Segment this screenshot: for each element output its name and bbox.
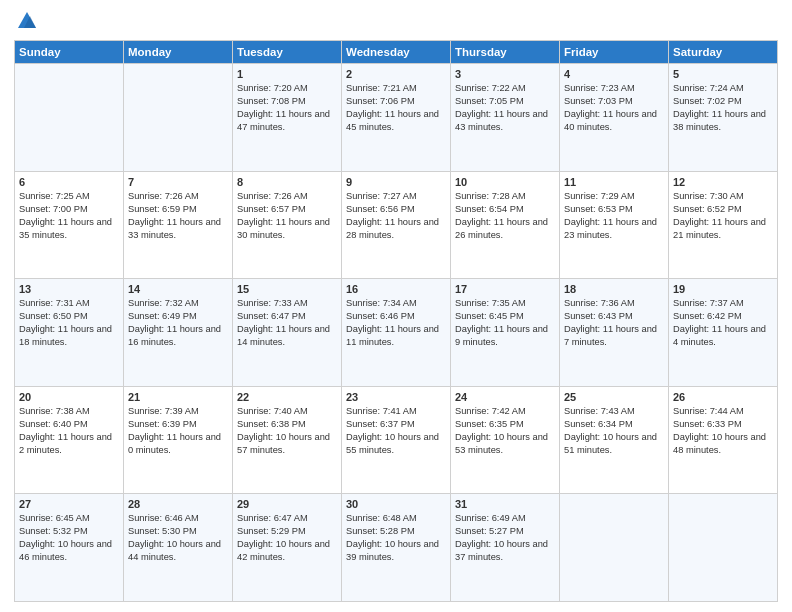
day-number: 10 bbox=[455, 176, 555, 188]
day-number: 29 bbox=[237, 498, 337, 510]
day-cell bbox=[669, 494, 778, 602]
col-header-saturday: Saturday bbox=[669, 41, 778, 64]
header-row: SundayMondayTuesdayWednesdayThursdayFrid… bbox=[15, 41, 778, 64]
day-cell: 22Sunrise: 7:40 AM Sunset: 6:38 PM Dayli… bbox=[233, 386, 342, 494]
week-row-5: 27Sunrise: 6:45 AM Sunset: 5:32 PM Dayli… bbox=[15, 494, 778, 602]
day-number: 26 bbox=[673, 391, 773, 403]
day-info: Sunrise: 7:40 AM Sunset: 6:38 PM Dayligh… bbox=[237, 405, 337, 457]
week-row-3: 13Sunrise: 7:31 AM Sunset: 6:50 PM Dayli… bbox=[15, 279, 778, 387]
day-cell: 5Sunrise: 7:24 AM Sunset: 7:02 PM Daylig… bbox=[669, 64, 778, 172]
day-cell: 1Sunrise: 7:20 AM Sunset: 7:08 PM Daylig… bbox=[233, 64, 342, 172]
day-cell: 9Sunrise: 7:27 AM Sunset: 6:56 PM Daylig… bbox=[342, 171, 451, 279]
col-header-sunday: Sunday bbox=[15, 41, 124, 64]
day-info: Sunrise: 7:39 AM Sunset: 6:39 PM Dayligh… bbox=[128, 405, 228, 457]
day-number: 30 bbox=[346, 498, 446, 510]
day-number: 24 bbox=[455, 391, 555, 403]
col-header-thursday: Thursday bbox=[451, 41, 560, 64]
day-info: Sunrise: 7:36 AM Sunset: 6:43 PM Dayligh… bbox=[564, 297, 664, 349]
day-info: Sunrise: 7:21 AM Sunset: 7:06 PM Dayligh… bbox=[346, 82, 446, 134]
day-cell: 13Sunrise: 7:31 AM Sunset: 6:50 PM Dayli… bbox=[15, 279, 124, 387]
day-cell: 10Sunrise: 7:28 AM Sunset: 6:54 PM Dayli… bbox=[451, 171, 560, 279]
day-number: 13 bbox=[19, 283, 119, 295]
col-header-friday: Friday bbox=[560, 41, 669, 64]
day-info: Sunrise: 7:24 AM Sunset: 7:02 PM Dayligh… bbox=[673, 82, 773, 134]
day-number: 6 bbox=[19, 176, 119, 188]
day-info: Sunrise: 7:42 AM Sunset: 6:35 PM Dayligh… bbox=[455, 405, 555, 457]
day-number: 27 bbox=[19, 498, 119, 510]
day-cell: 2Sunrise: 7:21 AM Sunset: 7:06 PM Daylig… bbox=[342, 64, 451, 172]
day-cell: 7Sunrise: 7:26 AM Sunset: 6:59 PM Daylig… bbox=[124, 171, 233, 279]
week-row-4: 20Sunrise: 7:38 AM Sunset: 6:40 PM Dayli… bbox=[15, 386, 778, 494]
day-cell: 20Sunrise: 7:38 AM Sunset: 6:40 PM Dayli… bbox=[15, 386, 124, 494]
day-cell: 11Sunrise: 7:29 AM Sunset: 6:53 PM Dayli… bbox=[560, 171, 669, 279]
day-number: 25 bbox=[564, 391, 664, 403]
week-row-1: 1Sunrise: 7:20 AM Sunset: 7:08 PM Daylig… bbox=[15, 64, 778, 172]
day-cell: 24Sunrise: 7:42 AM Sunset: 6:35 PM Dayli… bbox=[451, 386, 560, 494]
day-number: 18 bbox=[564, 283, 664, 295]
day-cell bbox=[124, 64, 233, 172]
day-cell: 19Sunrise: 7:37 AM Sunset: 6:42 PM Dayli… bbox=[669, 279, 778, 387]
day-cell: 25Sunrise: 7:43 AM Sunset: 6:34 PM Dayli… bbox=[560, 386, 669, 494]
day-cell: 15Sunrise: 7:33 AM Sunset: 6:47 PM Dayli… bbox=[233, 279, 342, 387]
day-number: 14 bbox=[128, 283, 228, 295]
day-number: 28 bbox=[128, 498, 228, 510]
day-info: Sunrise: 7:22 AM Sunset: 7:05 PM Dayligh… bbox=[455, 82, 555, 134]
col-header-wednesday: Wednesday bbox=[342, 41, 451, 64]
day-cell: 26Sunrise: 7:44 AM Sunset: 6:33 PM Dayli… bbox=[669, 386, 778, 494]
day-number: 7 bbox=[128, 176, 228, 188]
day-cell: 18Sunrise: 7:36 AM Sunset: 6:43 PM Dayli… bbox=[560, 279, 669, 387]
day-info: Sunrise: 7:31 AM Sunset: 6:50 PM Dayligh… bbox=[19, 297, 119, 349]
calendar-table: SundayMondayTuesdayWednesdayThursdayFrid… bbox=[14, 40, 778, 602]
col-header-monday: Monday bbox=[124, 41, 233, 64]
day-info: Sunrise: 7:25 AM Sunset: 7:00 PM Dayligh… bbox=[19, 190, 119, 242]
day-number: 17 bbox=[455, 283, 555, 295]
day-info: Sunrise: 7:27 AM Sunset: 6:56 PM Dayligh… bbox=[346, 190, 446, 242]
day-info: Sunrise: 6:49 AM Sunset: 5:27 PM Dayligh… bbox=[455, 512, 555, 564]
day-info: Sunrise: 7:35 AM Sunset: 6:45 PM Dayligh… bbox=[455, 297, 555, 349]
day-info: Sunrise: 7:29 AM Sunset: 6:53 PM Dayligh… bbox=[564, 190, 664, 242]
day-number: 22 bbox=[237, 391, 337, 403]
week-row-2: 6Sunrise: 7:25 AM Sunset: 7:00 PM Daylig… bbox=[15, 171, 778, 279]
day-number: 5 bbox=[673, 68, 773, 80]
day-number: 1 bbox=[237, 68, 337, 80]
header bbox=[14, 10, 778, 32]
day-cell: 31Sunrise: 6:49 AM Sunset: 5:27 PM Dayli… bbox=[451, 494, 560, 602]
day-number: 31 bbox=[455, 498, 555, 510]
day-number: 2 bbox=[346, 68, 446, 80]
day-cell: 29Sunrise: 6:47 AM Sunset: 5:29 PM Dayli… bbox=[233, 494, 342, 602]
day-info: Sunrise: 7:30 AM Sunset: 6:52 PM Dayligh… bbox=[673, 190, 773, 242]
day-number: 12 bbox=[673, 176, 773, 188]
day-info: Sunrise: 6:46 AM Sunset: 5:30 PM Dayligh… bbox=[128, 512, 228, 564]
day-info: Sunrise: 6:45 AM Sunset: 5:32 PM Dayligh… bbox=[19, 512, 119, 564]
day-cell: 4Sunrise: 7:23 AM Sunset: 7:03 PM Daylig… bbox=[560, 64, 669, 172]
day-cell bbox=[560, 494, 669, 602]
day-cell: 28Sunrise: 6:46 AM Sunset: 5:30 PM Dayli… bbox=[124, 494, 233, 602]
day-info: Sunrise: 7:37 AM Sunset: 6:42 PM Dayligh… bbox=[673, 297, 773, 349]
day-number: 3 bbox=[455, 68, 555, 80]
day-info: Sunrise: 7:38 AM Sunset: 6:40 PM Dayligh… bbox=[19, 405, 119, 457]
day-info: Sunrise: 7:26 AM Sunset: 6:57 PM Dayligh… bbox=[237, 190, 337, 242]
day-number: 11 bbox=[564, 176, 664, 188]
day-info: Sunrise: 7:44 AM Sunset: 6:33 PM Dayligh… bbox=[673, 405, 773, 457]
day-info: Sunrise: 7:28 AM Sunset: 6:54 PM Dayligh… bbox=[455, 190, 555, 242]
day-number: 4 bbox=[564, 68, 664, 80]
day-cell: 21Sunrise: 7:39 AM Sunset: 6:39 PM Dayli… bbox=[124, 386, 233, 494]
day-info: Sunrise: 7:20 AM Sunset: 7:08 PM Dayligh… bbox=[237, 82, 337, 134]
day-number: 23 bbox=[346, 391, 446, 403]
day-info: Sunrise: 6:47 AM Sunset: 5:29 PM Dayligh… bbox=[237, 512, 337, 564]
col-header-tuesday: Tuesday bbox=[233, 41, 342, 64]
day-cell: 3Sunrise: 7:22 AM Sunset: 7:05 PM Daylig… bbox=[451, 64, 560, 172]
day-cell: 12Sunrise: 7:30 AM Sunset: 6:52 PM Dayli… bbox=[669, 171, 778, 279]
day-cell: 30Sunrise: 6:48 AM Sunset: 5:28 PM Dayli… bbox=[342, 494, 451, 602]
logo bbox=[14, 10, 38, 32]
day-cell: 6Sunrise: 7:25 AM Sunset: 7:00 PM Daylig… bbox=[15, 171, 124, 279]
day-cell: 16Sunrise: 7:34 AM Sunset: 6:46 PM Dayli… bbox=[342, 279, 451, 387]
day-info: Sunrise: 7:23 AM Sunset: 7:03 PM Dayligh… bbox=[564, 82, 664, 134]
day-info: Sunrise: 7:26 AM Sunset: 6:59 PM Dayligh… bbox=[128, 190, 228, 242]
day-number: 19 bbox=[673, 283, 773, 295]
day-info: Sunrise: 7:43 AM Sunset: 6:34 PM Dayligh… bbox=[564, 405, 664, 457]
day-number: 15 bbox=[237, 283, 337, 295]
day-number: 20 bbox=[19, 391, 119, 403]
page: SundayMondayTuesdayWednesdayThursdayFrid… bbox=[0, 0, 792, 612]
day-info: Sunrise: 7:34 AM Sunset: 6:46 PM Dayligh… bbox=[346, 297, 446, 349]
